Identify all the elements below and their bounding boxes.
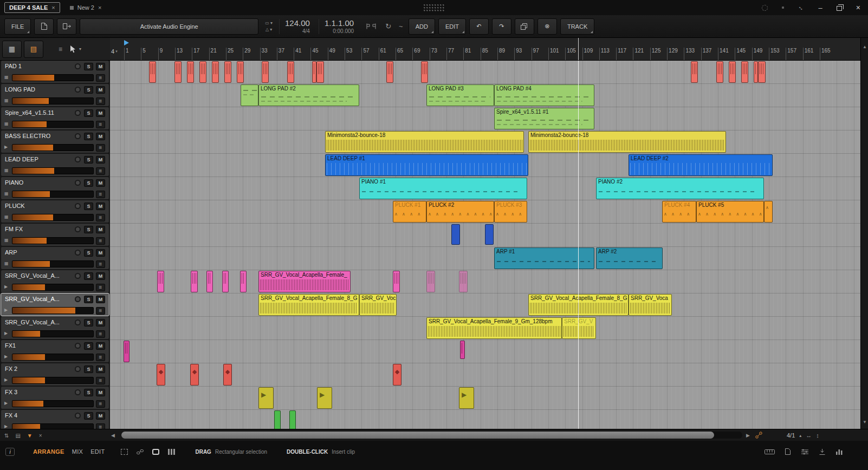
clip[interactable] (199, 61, 206, 83)
file-menu-button[interactable]: FILE (4, 18, 31, 35)
add-button[interactable]: ADD (409, 18, 435, 35)
timeline-ruler[interactable]: 4 ▾ 159131721252933374145495357616569737… (110, 38, 860, 61)
solo-button[interactable]: S (84, 296, 93, 303)
track-menu-button[interactable]: ≡ (96, 144, 105, 152)
solo-button[interactable]: S (84, 133, 93, 140)
playhead[interactable] (578, 61, 579, 429)
mute-button[interactable]: M (96, 272, 105, 280)
mute-button[interactable]: M (96, 249, 105, 257)
clip[interactable] (287, 61, 294, 83)
track-header[interactable]: FM FXSM▦≡ (1, 224, 109, 246)
track-header[interactable]: SRR_GV_Vocal_A...SM▶≡ (1, 293, 109, 316)
solo-button[interactable]: S (84, 109, 93, 117)
fit-vertical-icon[interactable]: ↕ (816, 432, 819, 439)
record-arm-button[interactable] (75, 87, 81, 93)
track-meter[interactable] (12, 377, 94, 384)
clip[interactable] (212, 61, 219, 83)
loop-toggle-icon[interactable]: ↻ (383, 22, 393, 30)
clip[interactable]: PLUCK #2∧ ∧ ∧ ∧ ∧ ∧ ∧ ∧ ∧ ∧ ∧ ∧ ∧ ∧ ∧ ∧ … (426, 201, 494, 223)
record-arm-button[interactable] (75, 413, 81, 419)
pointer-tool-button[interactable]: ▾ (70, 45, 81, 53)
clip[interactable] (485, 224, 494, 245)
clip[interactable] (741, 61, 748, 83)
clip-view-icon[interactable] (152, 449, 159, 455)
duplicate-button[interactable] (515, 18, 534, 35)
track-meter[interactable] (12, 354, 94, 361)
track-meter[interactable] (12, 144, 94, 151)
clip[interactable]: ▶ (459, 387, 474, 409)
record-arm-button[interactable] (75, 273, 81, 279)
vertical-scrollbar[interactable]: ▲ ▼ (860, 38, 868, 429)
clip[interactable]: ARP #1 (494, 247, 594, 269)
clip[interactable]: ▶ (317, 387, 332, 409)
fit-horizontal-icon[interactable]: ↔ (806, 432, 812, 439)
clip[interactable] (421, 61, 428, 83)
clip[interactable]: Spire_x64_v1.5.11 #1 (494, 108, 594, 129)
clip[interactable]: LEAD DEEP #2 (629, 154, 773, 176)
arrange-mode-tab[interactable]: ARRANGE (33, 448, 64, 455)
track-menu-button[interactable]: ≡ (96, 377, 105, 384)
solo-button[interactable]: S (84, 226, 93, 233)
track-header[interactable]: Spire_x64_v1.5.11SM▦≡ (1, 107, 109, 129)
follow-link-icon[interactable] (755, 431, 763, 439)
mute-button[interactable]: M (96, 133, 105, 140)
track-meter[interactable] (12, 307, 94, 314)
position-display[interactable]: 1.1.1.00 0:00.000 (319, 19, 359, 34)
track-header[interactable]: SRR_GV_Vocal_A...SM▶≡ (1, 270, 109, 292)
track-meter[interactable] (12, 400, 94, 407)
clip[interactable]: ▶ (258, 387, 274, 409)
clip[interactable]: PLUCK #4∧ ∧ ∧ ∧ ∧ ∧ ∧ ∧ ∧ ∧ ∧ ∧ ∧ ∧ ∧ ∧ … (662, 201, 696, 223)
record-arm-button[interactable] (75, 389, 81, 395)
mix-mode-tab[interactable]: MIX (72, 448, 83, 455)
play-start-marker[interactable] (124, 40, 129, 45)
track-meter[interactable] (12, 423, 94, 429)
record-arm-button[interactable] (75, 156, 81, 162)
mute-button[interactable]: M (96, 319, 105, 327)
clip[interactable] (224, 61, 231, 83)
keyboard-panel-icon[interactable] (765, 448, 775, 455)
track-meter[interactable] (12, 214, 94, 221)
display-scale-icon[interactable]: ↔ (796, 3, 806, 12)
track-meter[interactable] (12, 191, 94, 198)
track-meter[interactable] (12, 330, 94, 337)
solo-button[interactable]: S (84, 365, 93, 373)
groove-swing-icon[interactable]: ~ (397, 22, 405, 30)
zoom-caret-icon[interactable]: ▴ (799, 433, 801, 438)
arranger-layout-button[interactable]: ▤ (24, 41, 43, 58)
track-meter[interactable] (12, 97, 94, 105)
grid-snap-setting[interactable]: 4 ▾ (111, 48, 118, 55)
clip[interactable] (187, 61, 194, 83)
clip[interactable] (124, 341, 129, 362)
close-tab-icon[interactable]: × (98, 4, 101, 11)
zoom-level[interactable]: 4/1 (787, 432, 795, 439)
clip[interactable] (451, 224, 460, 245)
track-header[interactable]: LONG PADSM▦≡ (1, 84, 109, 106)
arranger-timeline[interactable]: LONG PAD #2LONG PAD #3LONG PAD #4Spire_x… (110, 61, 860, 429)
close-panel-icon[interactable]: × (39, 433, 42, 439)
track-header[interactable]: FX 2SM▶≡ (1, 363, 109, 386)
track-menu-button[interactable]: TRACK (560, 18, 594, 35)
layout-rows-icon[interactable]: ▤ (15, 433, 20, 439)
edit-mode-tab[interactable]: EDIT (90, 448, 105, 455)
mute-button[interactable]: M (96, 86, 105, 94)
clip[interactable]: ◆ (393, 364, 401, 386)
info-icon[interactable]: i (5, 448, 15, 456)
export-button[interactable] (57, 18, 76, 35)
solo-button[interactable]: S (84, 342, 93, 350)
clip[interactable] (758, 61, 766, 83)
track-header[interactable]: SRR_GV_Vocal_A...SM▶≡ (1, 317, 109, 339)
track-list-icon[interactable]: ≡ (59, 45, 62, 53)
record-arm-button[interactable] (75, 366, 81, 372)
device-panel-icon[interactable] (801, 448, 809, 455)
auto-scroll-icon[interactable]: ▼ (27, 433, 33, 439)
clip[interactable] (240, 271, 247, 292)
track-menu-button[interactable]: ≡ (96, 284, 105, 291)
track-menu-button[interactable]: ≡ (96, 214, 105, 221)
track-header[interactable]: FX 3SM▶≡ (1, 387, 109, 409)
track-height-icon[interactable]: ⇅ (4, 433, 9, 439)
delete-button[interactable]: ⊗ (537, 18, 557, 35)
undo-button[interactable]: ↶ (469, 18, 489, 35)
activate-audio-engine-button[interactable]: Activate Audio Engine (80, 18, 258, 35)
track-header[interactable]: FX 4SM▶≡ (1, 410, 109, 429)
clip[interactable] (691, 61, 698, 83)
